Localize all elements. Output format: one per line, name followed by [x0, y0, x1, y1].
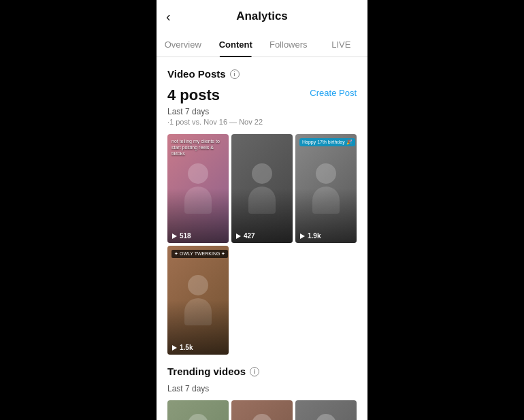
video-posts-info-icon[interactable]: i [230, 69, 240, 79]
posts-period: Last 7 days [167, 107, 357, 116]
play-icon-2 [235, 233, 242, 240]
tab-followers[interactable]: Followers [262, 33, 315, 56]
header: ‹ Analytics [157, 0, 367, 33]
tab-live[interactable]: LIVE [315, 33, 368, 56]
trending-thumb-3[interactable] [295, 400, 357, 420]
svg-marker-1 [236, 233, 241, 239]
svg-marker-3 [172, 345, 177, 351]
play-icon-4 [171, 344, 178, 351]
phone-screen: ‹ Analytics Overview Content Followers L… [157, 0, 367, 420]
trending-section: Trending videos i Last 7 days ✦ OWLY TWE… [167, 366, 357, 420]
tab-content[interactable]: Content [210, 33, 263, 56]
posts-comparison: ·1 post vs. Nov 16 — Nov 22 [167, 118, 357, 126]
video-thumb-3[interactable]: Happy 17th birthday 🎉 1.9k [295, 134, 357, 243]
trending-title: Trending videos i [167, 366, 357, 377]
video-views-2: 427 [235, 232, 255, 240]
video-views-3: 1.9k [299, 232, 321, 240]
play-icon-3 [299, 233, 306, 240]
svg-marker-0 [172, 233, 177, 239]
video-views-1: 518 [171, 232, 191, 240]
tr-person-head-3 [316, 414, 336, 420]
svg-marker-2 [300, 233, 305, 239]
play-icon [171, 233, 178, 240]
back-button[interactable]: ‹ [166, 10, 171, 23]
create-post-button[interactable]: Create Post [310, 86, 357, 99]
page-title: Analytics [236, 10, 288, 23]
posts-count: 4 posts [167, 86, 220, 104]
video-posts-section: Video Posts i 4 posts Create Post Last 7… [167, 68, 357, 355]
right-panel [367, 0, 524, 420]
video-thumb-4[interactable]: ✦ OWLY TWERKING ✦ 1.5k [167, 246, 229, 355]
tr-person-head-1 [188, 414, 208, 420]
video-posts-title: Video Posts i [167, 68, 357, 80]
posts-header: 4 posts Create Post [167, 86, 357, 104]
video-thumb-1[interactable]: not telling my clients to start posting … [167, 134, 229, 243]
left-panel [0, 0, 157, 420]
video-thumb-2[interactable]: 427 [231, 134, 293, 243]
content-area: Video Posts i 4 posts Create Post Last 7… [157, 57, 367, 420]
trending-thumb-2[interactable]: ✦ OWLY TWERKING ✦ [231, 400, 293, 420]
trending-period: Last 7 days [167, 384, 357, 393]
tr-person-head-2 [252, 414, 272, 420]
trending-info-icon[interactable]: i [250, 367, 259, 376]
tab-overview[interactable]: Overview [157, 33, 210, 56]
tab-bar: Overview Content Followers LIVE [157, 33, 367, 57]
video-views-4: 1.5k [171, 344, 193, 351]
trending-grid: ✦ OWLY TWERKING ✦ [167, 400, 357, 420]
video-grid: not telling my clients to start posting … [167, 134, 357, 355]
trending-thumb-1[interactable] [167, 400, 229, 420]
